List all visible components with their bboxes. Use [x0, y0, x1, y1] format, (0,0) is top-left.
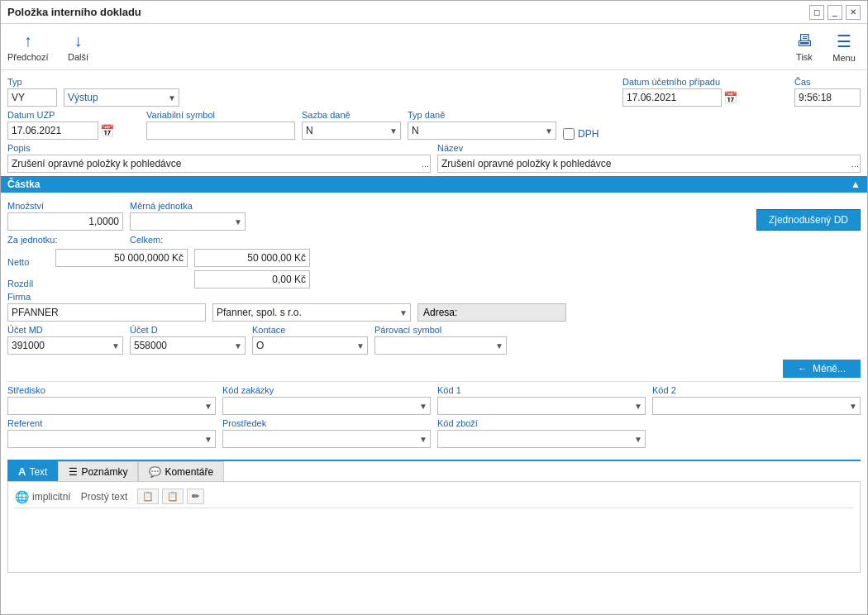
popis-input[interactable]: [7, 155, 431, 173]
menu-icon: ☰: [837, 31, 851, 51]
kod-zakazky-wrapper: ▼: [222, 397, 431, 415]
netto-za-jednotku-input[interactable]: [55, 249, 188, 267]
ucet-md-label: Účet MD: [7, 325, 123, 335]
datum-uzp-calendar-icon[interactable]: 📅: [100, 124, 114, 137]
menu-label: Menu: [832, 53, 856, 63]
print-icon: 🖶: [796, 31, 813, 50]
datum-ucteniho-input[interactable]: [622, 88, 722, 107]
text-editor-toolbar: 🌐 implicitní Prostý text 📋 📋 ✏: [15, 485, 853, 508]
referent-input[interactable]: [7, 430, 216, 448]
tab-komentare[interactable]: 💬 Komentáře: [138, 461, 224, 481]
prostredek-input[interactable]: [222, 430, 431, 448]
field-kod1: Kód 1 ▼: [437, 385, 646, 415]
ucet-md-wrapper: ▼: [7, 336, 123, 355]
kod2-wrapper: ▼: [652, 397, 861, 415]
firma-name-input[interactable]: [212, 303, 411, 322]
kod2-input[interactable]: [652, 397, 861, 415]
kontace-input[interactable]: [252, 336, 368, 355]
row-za-jednotku-labels: Za jednotku: Celkem:: [7, 234, 861, 246]
popis-more-btn[interactable]: ...: [422, 159, 429, 169]
mene-button[interactable]: ← Méně...: [783, 360, 861, 378]
rozdil-input[interactable]: [194, 270, 310, 288]
restore-btn[interactable]: ◻: [809, 5, 824, 20]
nazev-more-btn[interactable]: ...: [851, 159, 859, 169]
tab-text-label: Text: [29, 466, 47, 478]
text-area[interactable]: [15, 508, 853, 566]
variabilni-label: Variabilní symbol: [146, 110, 295, 120]
menu-button[interactable]: ☰ Menu: [827, 31, 861, 63]
prev-button[interactable]: ↑ Předchozí: [7, 31, 49, 62]
datum-ucteniho-calendar-icon[interactable]: 📅: [723, 91, 737, 104]
kod1-wrapper: ▼: [437, 397, 646, 415]
tab-poznamky-icon: ☰: [69, 466, 78, 478]
netto-label: Netto: [7, 257, 49, 267]
kod-zakazky-input[interactable]: [222, 397, 431, 415]
dph-label: DPH: [578, 128, 599, 140]
lang-globe-icon: 🌐: [15, 490, 29, 503]
tab-komentare-icon: 💬: [149, 466, 161, 478]
sazba-dane-input[interactable]: [302, 122, 401, 140]
ucet-md-input[interactable]: [7, 336, 123, 355]
row-mnozstvi: Množství Měrná jednotka ▼ Zjednodušený D…: [7, 201, 861, 231]
tab-text[interactable]: A Text: [7, 461, 58, 481]
kod-zbozi-input[interactable]: [437, 430, 646, 448]
text-edit-btn[interactable]: ✏: [187, 489, 204, 504]
text-paste-btn[interactable]: 📋: [162, 489, 184, 504]
kod1-label: Kód 1: [437, 385, 646, 395]
field-ucet-md: Účet MD ▼: [7, 325, 123, 355]
prev-icon: ↑: [24, 31, 32, 50]
row-firma: Firma ▼ Adresa:: [7, 292, 861, 322]
field-kontace: Kontace ▼: [252, 325, 368, 355]
toolbar-left: ↑ Předchozí ↓ Další: [7, 31, 95, 62]
prostredek-wrapper: ▼: [222, 430, 431, 448]
mnozstvi-input[interactable]: [7, 212, 123, 231]
celkem-label: Celkem:: [130, 234, 246, 246]
lang-label[interactable]: implicitní: [32, 491, 71, 503]
print-label: Tisk: [796, 52, 813, 62]
variabilni-input[interactable]: [146, 122, 295, 140]
stredisko-wrapper: ▼: [7, 397, 216, 415]
row-ucet: Účet MD ▼ Účet D ▼ Kontace: [7, 325, 861, 355]
typ-dane-label: Typ daně: [408, 110, 556, 120]
zjednoduseny-dd-button[interactable]: Zjednodušený DD: [756, 209, 861, 231]
firma-input[interactable]: [7, 303, 206, 322]
minimize-btn[interactable]: ⎯: [827, 5, 842, 20]
tab-poznamky-label: Poznámky: [81, 466, 127, 478]
typ-input[interactable]: [7, 88, 57, 107]
field-popis: Popis ...: [7, 143, 431, 173]
kod2-label: Kód 2: [652, 385, 861, 395]
ucet-d-wrapper: ▼: [130, 336, 246, 355]
firma-label: Firma: [7, 292, 861, 302]
rozdil-label: Rozdíl: [7, 279, 49, 288]
datum-uzp-input[interactable]: [7, 122, 98, 140]
castka-collapse-icon[interactable]: ▲: [851, 179, 861, 190]
format-label[interactable]: Prostý text: [81, 491, 128, 503]
kod1-input[interactable]: [437, 397, 646, 415]
adresa-box: Adresa:: [417, 303, 566, 322]
next-button[interactable]: ↓ Další: [62, 31, 95, 62]
close-btn[interactable]: ✕: [846, 5, 861, 20]
title-bar: Položka interního dokladu ◻ ⎯ ✕: [1, 1, 867, 24]
text-copy-btn[interactable]: 📋: [137, 489, 159, 504]
tab-poznamky[interactable]: ☰ Poznámky: [58, 461, 138, 481]
nazev-label: Název: [437, 143, 861, 153]
kontace-wrapper: ▼: [252, 336, 368, 355]
typ-dane-input[interactable]: [408, 122, 556, 140]
netto-celkem-input[interactable]: [194, 249, 310, 267]
field-datum-uzp: Datum UZP 📅: [7, 110, 140, 140]
parovaci-input[interactable]: [374, 336, 507, 355]
cas-input[interactable]: [794, 88, 861, 107]
sazba-dane-label: Sazba daně: [302, 110, 401, 120]
dph-checkbox[interactable]: [563, 128, 575, 140]
print-button[interactable]: 🖶 Tisk: [788, 31, 821, 63]
nazev-input[interactable]: [437, 155, 861, 173]
stredisko-input[interactable]: [7, 397, 216, 415]
ucet-d-input[interactable]: [130, 336, 246, 355]
field-prostredek: Prostředek ▼: [222, 418, 431, 448]
row-typ: Typ x ▼ Datum účetního případu 📅 Čas: [7, 77, 861, 107]
field-typ-dane: Typ daně ▼: [408, 110, 556, 140]
merna-jednotka-input[interactable]: [130, 212, 246, 231]
field-firma-container: Firma ▼ Adresa:: [7, 292, 861, 322]
vystup-input[interactable]: [64, 88, 179, 107]
field-cas: Čas: [794, 77, 861, 107]
